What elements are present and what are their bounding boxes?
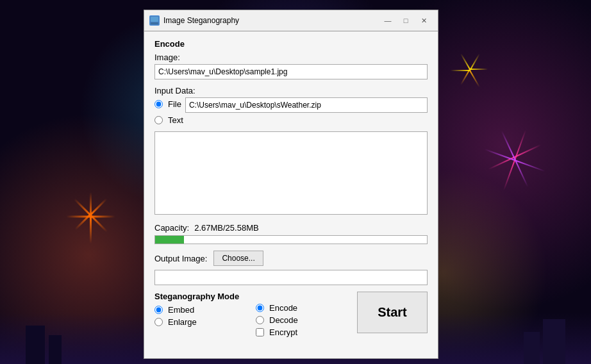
svg-rect-2 xyxy=(151,22,158,24)
embed-label[interactable]: Embed xyxy=(168,305,194,315)
decode-radio-row: Decode xyxy=(256,315,347,325)
enlarge-radio[interactable] xyxy=(154,318,163,326)
encrypt-checkbox[interactable] xyxy=(256,328,264,336)
embed-radio-row: Embed xyxy=(154,305,246,315)
titlebar: Image Steganography — □ ✕ xyxy=(144,10,438,31)
decode-option-label[interactable]: Decode xyxy=(269,315,298,325)
image-label: Image: xyxy=(154,53,428,62)
encode-radio[interactable] xyxy=(256,304,264,312)
steg-mode-section: Steganography Mode Embed Enlarge xyxy=(154,292,246,329)
file-path-input[interactable] xyxy=(185,97,428,113)
output-image-label: Output Image: xyxy=(154,254,207,263)
file-radio-label[interactable]: File xyxy=(168,99,181,109)
encrypt-checkbox-row: Encrypt xyxy=(256,327,347,337)
decode-radio[interactable] xyxy=(256,316,264,324)
enlarge-radio-row: Enlarge xyxy=(154,317,246,327)
encode-radio-row: Encode xyxy=(256,303,347,313)
start-button-section: Start xyxy=(357,292,428,333)
encode-label: Encode xyxy=(154,39,428,49)
input-data-section: Input Data: File Text xyxy=(154,86,428,217)
dialog-body: Encode Image: Input Data: File Text Capa… xyxy=(144,31,438,359)
image-path-input[interactable] xyxy=(154,64,428,79)
steg-mode-label: Steganography Mode xyxy=(154,292,246,301)
file-radio-row: File xyxy=(154,99,181,109)
start-button[interactable]: Start xyxy=(357,292,428,333)
text-input-area[interactable] xyxy=(154,131,428,215)
svg-rect-1 xyxy=(151,17,158,22)
encode-section: Encode Image: xyxy=(154,39,428,79)
capacity-progress-fill xyxy=(155,236,184,244)
output-image-row: Output Image: Choose... xyxy=(154,251,428,266)
choose-button[interactable]: Choose... xyxy=(213,251,263,266)
bottom-section: Steganography Mode Embed Enlarge Encode xyxy=(154,292,428,340)
encode-option-label[interactable]: Encode xyxy=(269,303,297,313)
text-radio-row: Text xyxy=(154,115,428,125)
input-data-label: Input Data: xyxy=(154,86,428,95)
close-button[interactable]: ✕ xyxy=(415,14,433,27)
output-path-input[interactable] xyxy=(154,270,428,285)
app-icon xyxy=(149,15,160,26)
enlarge-label[interactable]: Enlarge xyxy=(168,317,197,327)
capacity-section: Capacity: 2.67MB/25.58MB xyxy=(154,223,428,233)
dialog-window: Image Steganography — □ ✕ Encode Image: … xyxy=(144,10,438,359)
text-radio[interactable] xyxy=(154,116,163,124)
encode-decode-section: Encode Decode Encrypt xyxy=(256,292,347,340)
window-controls: — □ ✕ xyxy=(379,14,433,27)
window-title: Image Steganography xyxy=(163,16,375,25)
capacity-label: Capacity: xyxy=(154,223,189,233)
maximize-button[interactable]: □ xyxy=(397,14,415,27)
embed-radio[interactable] xyxy=(154,306,163,314)
capacity-progress-bar xyxy=(154,235,428,244)
text-radio-label[interactable]: Text xyxy=(168,115,183,125)
minimize-button[interactable]: — xyxy=(379,14,397,27)
capacity-value: 2.67MB/25.58MB xyxy=(194,223,258,233)
encrypt-label[interactable]: Encrypt xyxy=(269,327,297,337)
file-input-row: File xyxy=(154,97,428,113)
file-radio[interactable] xyxy=(154,100,163,108)
